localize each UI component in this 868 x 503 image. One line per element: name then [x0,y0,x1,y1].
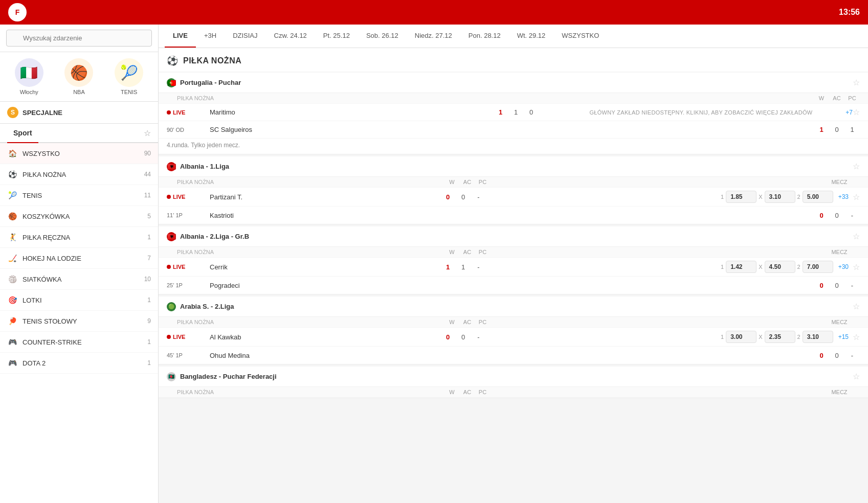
tab-3h[interactable]: +3H [196,25,225,48]
nav-label-pilka-nozna: PIŁKA NOŻNA [23,171,139,178]
tab-wszystko[interactable]: WSZYSTKO [553,25,607,48]
match-cols-header-albania2: PIŁKA NOŻNA W AC PC MECZ [159,247,868,258]
match-cols-header-bangladesz: PIŁKA NOŻNA W AC PC MECZ [159,387,868,398]
league-name-bangladesz: Bangladesz - Puchar Federacji [180,373,849,380]
soccer-icon: ⚽ [7,169,17,179]
odds-more-alkawkab[interactable]: +15 [838,333,849,340]
sport-icon-nba[interactable]: 🏀 NBA [64,58,93,95]
odds-btn-x-partizani[interactable]: 3.10 [765,191,795,203]
nba-label: NBA [73,89,85,95]
odds-val-x-partizani: 3.10 [769,193,781,200]
league-block-arabia: 🟢 Arabia S. - 2.Liga ☆ PIŁKA NOŻNA W AC … [159,296,868,364]
odds-btn-1-alkawkab[interactable]: 3.00 [726,331,756,343]
odds-btn-1-cerrik[interactable]: 1.42 [726,261,756,273]
tab-niedz[interactable]: Niedz. 27.12 [407,25,460,48]
handball-icon: 🤾 [7,232,17,242]
nav-item-koszykowka[interactable]: 🏀 KOSZYKÓWKA 5 [0,206,158,227]
league-star-bangladesz[interactable]: ☆ [853,372,860,381]
nav-item-tenis-stolowy[interactable]: 🏓 TENIS STOŁOWY 9 [0,311,158,332]
score-pc-partizani: - [471,193,486,201]
score-w-kastrioti: 0 [814,212,829,219]
league-block-albania1: 🇦🇱 Albania - 1.Liga ☆ PIŁKA NOŻNA W AC P… [159,156,868,224]
score-w-cerrik: 1 [440,263,456,271]
odds-btn-1-partizani[interactable]: 1.85 [726,191,756,203]
nav-item-counter-strike[interactable]: 🎮 COUNTER-STRIKE 1 [0,332,158,353]
nav-item-siatkowka[interactable]: 🏐 SIATKÓWKA 10 [0,269,158,290]
nav-count-dota2: 1 [147,359,151,367]
odds-area-alkawkab: 1 3.00 X 2.35 2 3.10 +15 [721,331,849,343]
match-row-cerrik[interactable]: LIVE Cerrik 1 1 - 1 1.42 X 4.50 [159,258,868,277]
tab-sob[interactable]: Sob. 26.12 [358,25,407,48]
match-star-alkawkab[interactable]: ☆ [853,332,860,342]
tenis-icon: 🎾 [115,58,143,87]
header-logo: F [8,3,27,21]
col-pc-4: PC [475,389,491,395]
sidebar: 🇮🇹 Włochy 🏀 NBA 🎾 TENIS S SPECJALNE Spor… [0,25,159,503]
team-kastrioti: Kastrioti [208,212,814,219]
tab-dzisiaj[interactable]: DZISIAJ [225,25,265,48]
nav-item-hokej[interactable]: 🏒 HOKEJ NA LODZIE 7 [0,248,158,269]
odds-btn-2-cerrik[interactable]: 7.00 [803,261,833,273]
team-maritimo: Maritimo [208,108,493,116]
match-row-kastrioti[interactable]: 11' 1P Kastrioti 0 0 - [159,207,868,224]
search-input[interactable] [6,30,152,47]
search-wrap [6,30,152,47]
nav-item-lotki[interactable]: 🎯 LOTKI 1 [0,290,158,311]
specjalne-row[interactable]: S SPECJALNE [0,102,158,124]
odds-more-partizani[interactable]: +33 [838,193,849,200]
league-star-portugalia[interactable]: ☆ [853,78,860,87]
volleyball-icon: 🏐 [7,274,17,284]
odds-val-1-cerrik: 1.42 [730,263,742,270]
sport-icon-tenis[interactable]: 🎾 TENIS [115,58,143,95]
col-sport-albania2: PIŁKA NOŻNA [177,249,444,255]
match-row-partizani[interactable]: LIVE Partizani T. 0 0 - 1 1.85 X 3.1 [159,188,868,207]
tab-pt[interactable]: Pt. 25.12 [315,25,358,48]
league-star-albania1[interactable]: ☆ [853,162,860,171]
nav-count-koszykowka: 5 [147,213,151,220]
nav-item-tenis[interactable]: 🎾 TENIS 11 [0,185,158,206]
odds-btn-x-cerrik[interactable]: 4.50 [765,261,795,273]
match-row-ohud[interactable]: 45' 1P Ohud Medina 0 0 - [159,347,868,364]
match-star-partizani[interactable]: ☆ [853,192,860,202]
nav-label-lotki: LOTKI [23,296,142,304]
tab-live[interactable]: LIVE [165,25,196,48]
odds-more-cerrik[interactable]: +30 [838,263,849,270]
nav-item-dota2[interactable]: 🎮 DOTA 2 1 [0,353,158,374]
header-left: F [8,3,27,21]
league-star-albania2[interactable]: ☆ [853,232,860,241]
odds-more-maritimo[interactable]: +7 [845,109,853,116]
section-title: PIŁKA NOŻNA [183,56,241,65]
specjalne-icon: S [7,107,18,118]
match-row-salgueiros[interactable]: 90' OD SC Salgueiros 1 0 1 [159,121,868,139]
tab-czw[interactable]: Czw. 24.12 [266,25,315,48]
tab-sport[interactable]: Sport [7,124,38,143]
match-star-cerrik[interactable]: ☆ [853,262,860,272]
match-star-maritimo[interactable]: ☆ [853,107,860,117]
nav-item-pilka-nozna[interactable]: ⚽ PIŁKA NOŻNA 44 [0,164,158,185]
match-row-alkawkab[interactable]: LIVE Al Kawkab 0 0 - 1 3.00 X 2.35 [159,328,868,347]
score-pc-alkawkab: - [471,333,486,341]
league-star-arabia[interactable]: ☆ [853,302,860,311]
live-text-alkawkab: LIVE [173,334,185,340]
main-content: ⚽ PIŁKA NOŻNA 🇵🇹 Portugalia - Puchar ☆ P… [159,48,868,503]
tenis-nav-icon: 🎾 [7,190,17,200]
odds-btn-2-partizani[interactable]: 5.00 [803,191,833,203]
home-icon: 🏠 [7,148,17,158]
tab-bar: LIVE +3H DZISIAJ Czw. 24.12 Pt. 25.12 So… [159,25,868,48]
live-badge-partizani: LIVE [167,194,208,200]
tab-favourite[interactable]: ☆ [144,128,151,138]
odds-key-2-alkawkab: 2 [797,334,800,340]
tab-pon[interactable]: Pon. 28.12 [460,25,509,48]
score-ac-cerrik: 1 [456,263,471,271]
nav-item-pilka-reczna[interactable]: 🤾 PIŁKA RĘCZNA 1 [0,227,158,248]
odds-btn-2-alkawkab[interactable]: 3.10 [803,331,833,343]
tab-wt[interactable]: Wt. 29.12 [509,25,554,48]
match-row-maritimo[interactable]: LIVE Maritimo 1 1 0 GŁÓWNY ZAKŁAD NIEDOS… [159,104,868,121]
odds-btn-x-alkawkab[interactable]: 2.35 [765,331,795,343]
odds-key-x-cerrik: X [759,264,762,270]
sport-icon-italy[interactable]: 🇮🇹 Włochy [15,58,43,95]
col-mecz-1: MECZ [819,179,860,185]
header-time: 13:56 [839,8,860,17]
nav-item-wszystko[interactable]: 🏠 WSZYSTKO 90 [0,143,158,164]
match-row-pogradeci[interactable]: 25' 1P Pogradeci 0 0 - [159,277,868,294]
